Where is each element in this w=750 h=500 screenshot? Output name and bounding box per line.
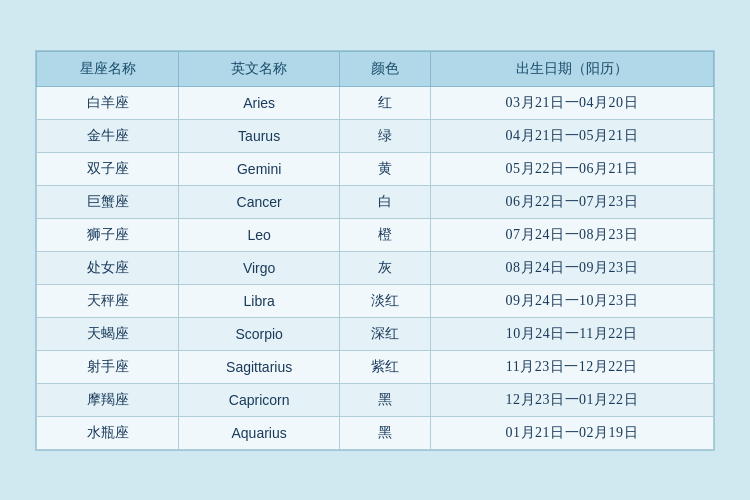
- zodiac-table: 星座名称 英文名称 颜色 出生日期（阳历） 白羊座Aries红03月21日一04…: [36, 51, 714, 450]
- cell-chinese_name-9: 摩羯座: [37, 383, 179, 416]
- cell-chinese_name-2: 双子座: [37, 152, 179, 185]
- table-row: 金牛座Taurus绿04月21日一05月21日: [37, 119, 714, 152]
- cell-english_name-1: Taurus: [179, 119, 340, 152]
- cell-birthdate-0: 03月21日一04月20日: [430, 86, 713, 119]
- cell-chinese_name-8: 射手座: [37, 350, 179, 383]
- table-row: 天蝎座Scorpio深红10月24日一11月22日: [37, 317, 714, 350]
- table-row: 摩羯座Capricorn黑12月23日一01月22日: [37, 383, 714, 416]
- cell-color-10: 黑: [340, 416, 430, 449]
- cell-chinese_name-5: 处女座: [37, 251, 179, 284]
- table-row: 水瓶座Aquarius黑01月21日一02月19日: [37, 416, 714, 449]
- cell-color-7: 深红: [340, 317, 430, 350]
- cell-color-1: 绿: [340, 119, 430, 152]
- cell-english_name-9: Capricorn: [179, 383, 340, 416]
- cell-english_name-10: Aquarius: [179, 416, 340, 449]
- cell-english_name-0: Aries: [179, 86, 340, 119]
- cell-color-3: 白: [340, 185, 430, 218]
- table-row: 天秤座Libra淡红09月24日一10月23日: [37, 284, 714, 317]
- cell-chinese_name-4: 狮子座: [37, 218, 179, 251]
- cell-english_name-7: Scorpio: [179, 317, 340, 350]
- table-row: 巨蟹座Cancer白06月22日一07月23日: [37, 185, 714, 218]
- cell-english_name-8: Sagittarius: [179, 350, 340, 383]
- cell-english_name-6: Libra: [179, 284, 340, 317]
- cell-english_name-3: Cancer: [179, 185, 340, 218]
- cell-english_name-4: Leo: [179, 218, 340, 251]
- cell-birthdate-9: 12月23日一01月22日: [430, 383, 713, 416]
- cell-birthdate-7: 10月24日一11月22日: [430, 317, 713, 350]
- cell-color-0: 红: [340, 86, 430, 119]
- cell-birthdate-1: 04月21日一05月21日: [430, 119, 713, 152]
- cell-english_name-5: Virgo: [179, 251, 340, 284]
- cell-birthdate-10: 01月21日一02月19日: [430, 416, 713, 449]
- cell-birthdate-6: 09月24日一10月23日: [430, 284, 713, 317]
- table-row: 双子座Gemini黄05月22日一06月21日: [37, 152, 714, 185]
- cell-color-9: 黑: [340, 383, 430, 416]
- cell-color-8: 紫红: [340, 350, 430, 383]
- table-row: 白羊座Aries红03月21日一04月20日: [37, 86, 714, 119]
- zodiac-table-container: 星座名称 英文名称 颜色 出生日期（阳历） 白羊座Aries红03月21日一04…: [35, 50, 715, 451]
- header-chinese-name: 星座名称: [37, 51, 179, 86]
- table-header-row: 星座名称 英文名称 颜色 出生日期（阳历）: [37, 51, 714, 86]
- cell-chinese_name-0: 白羊座: [37, 86, 179, 119]
- cell-chinese_name-6: 天秤座: [37, 284, 179, 317]
- header-english-name: 英文名称: [179, 51, 340, 86]
- cell-chinese_name-7: 天蝎座: [37, 317, 179, 350]
- cell-color-5: 灰: [340, 251, 430, 284]
- header-color: 颜色: [340, 51, 430, 86]
- cell-birthdate-5: 08月24日一09月23日: [430, 251, 713, 284]
- cell-color-2: 黄: [340, 152, 430, 185]
- cell-color-6: 淡红: [340, 284, 430, 317]
- cell-color-4: 橙: [340, 218, 430, 251]
- cell-birthdate-4: 07月24日一08月23日: [430, 218, 713, 251]
- table-row: 狮子座Leo橙07月24日一08月23日: [37, 218, 714, 251]
- table-row: 射手座Sagittarius紫红11月23日一12月22日: [37, 350, 714, 383]
- cell-chinese_name-10: 水瓶座: [37, 416, 179, 449]
- table-row: 处女座Virgo灰08月24日一09月23日: [37, 251, 714, 284]
- cell-chinese_name-1: 金牛座: [37, 119, 179, 152]
- cell-birthdate-8: 11月23日一12月22日: [430, 350, 713, 383]
- cell-chinese_name-3: 巨蟹座: [37, 185, 179, 218]
- table-body: 白羊座Aries红03月21日一04月20日金牛座Taurus绿04月21日一0…: [37, 86, 714, 449]
- cell-english_name-2: Gemini: [179, 152, 340, 185]
- cell-birthdate-2: 05月22日一06月21日: [430, 152, 713, 185]
- cell-birthdate-3: 06月22日一07月23日: [430, 185, 713, 218]
- header-birthdate: 出生日期（阳历）: [430, 51, 713, 86]
